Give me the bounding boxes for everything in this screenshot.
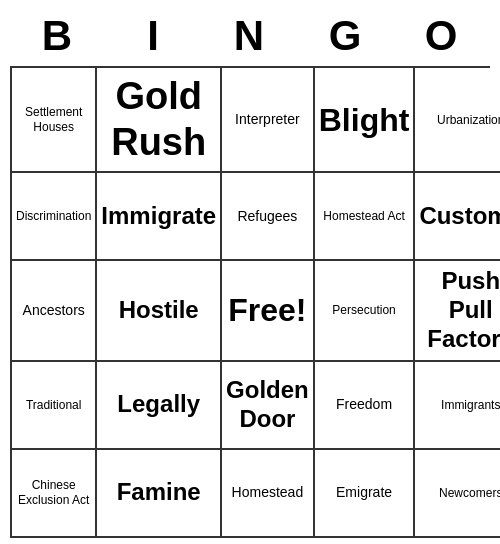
bingo-cell[interactable]: Newcomers [415, 450, 500, 538]
bingo-cell[interactable]: Immigrate [97, 173, 222, 261]
bingo-cell[interactable]: Free! [222, 261, 315, 361]
cell-text: Blight [319, 101, 410, 139]
cell-text: Chinese Exclusion Act [16, 478, 91, 507]
bingo-cell[interactable]: Immigrants [415, 362, 500, 450]
cell-text: Golden Door [226, 376, 309, 434]
bingo-cell[interactable]: Gold Rush [97, 68, 222, 173]
bingo-cell[interactable]: Ancestors [12, 261, 97, 361]
bingo-cell[interactable]: Customs [415, 173, 500, 261]
bingo-cell[interactable]: Golden Door [222, 362, 315, 450]
cell-text: Freedom [336, 396, 392, 413]
cell-text: Free! [228, 291, 306, 329]
cell-text: Customs [419, 202, 500, 231]
header-letter: B [10, 6, 106, 66]
cell-text: Push Pull Factors [419, 267, 500, 353]
cell-text: Ancestors [23, 302, 85, 319]
cell-text: Discrimination [16, 209, 91, 223]
cell-text: Immigrate [101, 202, 216, 231]
bingo-cell[interactable]: Traditional [12, 362, 97, 450]
cell-text: Urbanization [437, 113, 500, 127]
cell-text: Homestead [232, 484, 304, 501]
cell-text: Immigrants [441, 398, 500, 412]
bingo-cell[interactable]: Settlement Houses [12, 68, 97, 173]
cell-text: Newcomers [439, 486, 500, 500]
cell-text: Hostile [119, 296, 199, 325]
bingo-cell[interactable]: Homestead [222, 450, 315, 538]
bingo-cell[interactable]: Push Pull Factors [415, 261, 500, 361]
cell-text: Settlement Houses [16, 105, 91, 134]
bingo-cell[interactable]: Legally [97, 362, 222, 450]
cell-text: Persecution [332, 303, 395, 317]
bingo-cell[interactable]: Homestead Act [315, 173, 416, 261]
header-letter: O [394, 6, 490, 66]
bingo-cell[interactable]: Emigrate [315, 450, 416, 538]
bingo-cell[interactable]: Hostile [97, 261, 222, 361]
cell-text: Legally [117, 390, 200, 419]
bingo-cell[interactable]: Chinese Exclusion Act [12, 450, 97, 538]
header-letter: G [298, 6, 394, 66]
bingo-cell[interactable]: Blight [315, 68, 416, 173]
cell-text: Homestead Act [323, 209, 404, 223]
cell-text: Famine [117, 478, 201, 507]
cell-text: Interpreter [235, 111, 300, 128]
cell-text: Refugees [237, 208, 297, 225]
bingo-cell[interactable]: Discrimination [12, 173, 97, 261]
bingo-cell[interactable]: Interpreter [222, 68, 315, 173]
bingo-header: BINGO [10, 6, 490, 66]
bingo-cell[interactable]: Persecution [315, 261, 416, 361]
bingo-cell[interactable]: Urbanization [415, 68, 500, 173]
bingo-grid: Settlement HousesGold RushInterpreterBli… [10, 66, 490, 538]
bingo-card: BINGO Settlement HousesGold RushInterpre… [10, 6, 490, 538]
header-letter: I [106, 6, 202, 66]
cell-text: Gold Rush [101, 74, 216, 165]
bingo-cell[interactable]: Famine [97, 450, 222, 538]
bingo-cell[interactable]: Freedom [315, 362, 416, 450]
header-letter: N [202, 6, 298, 66]
cell-text: Traditional [26, 398, 82, 412]
cell-text: Emigrate [336, 484, 392, 501]
bingo-cell[interactable]: Refugees [222, 173, 315, 261]
